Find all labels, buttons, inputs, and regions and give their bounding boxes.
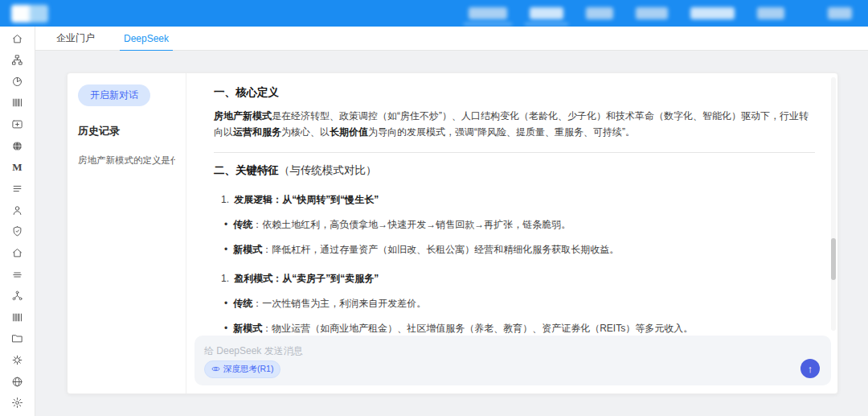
letter-m-icon[interactable]: M xyxy=(11,161,24,174)
top-nav-item-blurred[interactable] xyxy=(757,7,784,19)
section-heading: 二、关键特征（与传统模式对比） xyxy=(214,163,815,178)
barcode-icon[interactable] xyxy=(11,97,24,109)
send-button[interactable]: ↑ xyxy=(800,359,820,378)
history-list: 房地产新模式的定义是什么 xyxy=(78,154,175,167)
globe-dark-icon[interactable] xyxy=(11,139,24,152)
shield-check-icon[interactable] xyxy=(11,225,24,238)
content-background: 开启新对话 历史记录 房地产新模式的定义是什么 一、核心定义房地产新模式是在经济… xyxy=(35,51,868,416)
top-nav-item-blurred[interactable] xyxy=(469,7,507,19)
top-nav-item-blurred[interactable] xyxy=(690,7,735,19)
globe-icon[interactable] xyxy=(11,375,24,388)
folder-icon[interactable] xyxy=(11,332,24,345)
divider xyxy=(214,152,815,153)
user-icon[interactable] xyxy=(11,204,24,216)
top-nav-item-blurred[interactable] xyxy=(530,7,563,19)
tab-portal[interactable]: 企业门户 xyxy=(56,27,95,51)
bullet-item: •新模式：降低杠杆，通过存量资产（如旧改、长租公寓）经营和精细化服务获取长期收益… xyxy=(224,242,815,257)
top-nav-item-blurred[interactable] xyxy=(586,7,613,19)
barcode-alt-icon[interactable] xyxy=(11,311,24,323)
message-input[interactable]: 给 DeepSeek 发送消息 xyxy=(204,344,821,358)
scrollbar-track xyxy=(831,77,836,331)
message-composer: 给 DeepSeek 发送消息 深度思考(R1) ↑ xyxy=(194,336,831,385)
home-icon[interactable] xyxy=(11,32,24,45)
home-alt-icon[interactable] xyxy=(11,246,24,259)
history-title: 历史记录 xyxy=(78,124,175,138)
paragraph: 房地产新模式是在经济转型、政策调控（如“房住不炒”）、人口结构变化（老龄化、少子… xyxy=(214,108,815,140)
top-nav xyxy=(469,7,852,19)
badge-icon[interactable] xyxy=(11,354,24,367)
top-nav-item-blurred[interactable] xyxy=(636,7,668,19)
numbered-item: 1. 盈利模式：从“卖房子”到“卖服务” xyxy=(221,272,815,286)
scrollbar-thumb[interactable] xyxy=(831,238,836,280)
sitemap-icon[interactable] xyxy=(11,54,24,67)
tab-deepseek[interactable]: DeepSeek xyxy=(124,27,169,51)
history-item[interactable]: 房地产新模式的定义是什么 xyxy=(78,154,175,167)
bullet-item: •新模式：物业运营（如商业地产租金）、社区增值服务（养老、教育）、资产证券化（R… xyxy=(224,321,815,336)
network-icon[interactable] xyxy=(11,290,24,303)
bullet-item: •传统：依赖土地红利，高负债拿地→快速开发→销售回款→再扩张，链条脆弱。 xyxy=(224,217,815,232)
icon-sidebar: M xyxy=(0,27,35,416)
video-plus-icon[interactable] xyxy=(11,118,24,131)
section-heading: 一、核心定义 xyxy=(214,85,815,100)
arrow-up-icon: ↑ xyxy=(808,363,813,375)
deep-think-icon xyxy=(211,365,220,375)
chat-history-panel: 开启新对话 历史记录 房地产新模式的定义是什么 xyxy=(68,73,186,393)
assistant-message: 一、核心定义房地产新模式是在经济转型、政策调控（如“房住不炒”）、人口结构变化（… xyxy=(186,73,837,336)
chat-area: 一、核心定义房地产新模式是在经济转型、政策调控（如“房住不炒”）、人口结构变化（… xyxy=(186,73,837,393)
new-chat-button[interactable]: 开启新对话 xyxy=(78,84,150,106)
top-nav-item-blurred[interactable] xyxy=(828,7,852,19)
app-logo xyxy=(11,5,48,23)
tab-bar: 企业门户DeepSeek xyxy=(35,27,868,51)
numbered-item: 1. 发展逻辑：从“快周转”到“慢生长” xyxy=(221,193,815,207)
bullet-item: •传统：一次性销售为主，利润来自开发差价。 xyxy=(224,296,815,311)
deep-think-toggle[interactable]: 深度思考(R1) xyxy=(204,360,280,378)
pie-chart-icon[interactable] xyxy=(11,75,24,88)
deepseek-chat-card: 开启新对话 历史记录 房地产新模式的定义是什么 一、核心定义房地产新模式是在经济… xyxy=(67,72,838,394)
gear-icon[interactable] xyxy=(11,397,24,410)
list-icon[interactable] xyxy=(11,182,24,195)
top-app-bar xyxy=(0,0,868,27)
layers-icon[interactable] xyxy=(11,268,24,281)
deep-think-label: 深度思考(R1) xyxy=(223,364,273,375)
